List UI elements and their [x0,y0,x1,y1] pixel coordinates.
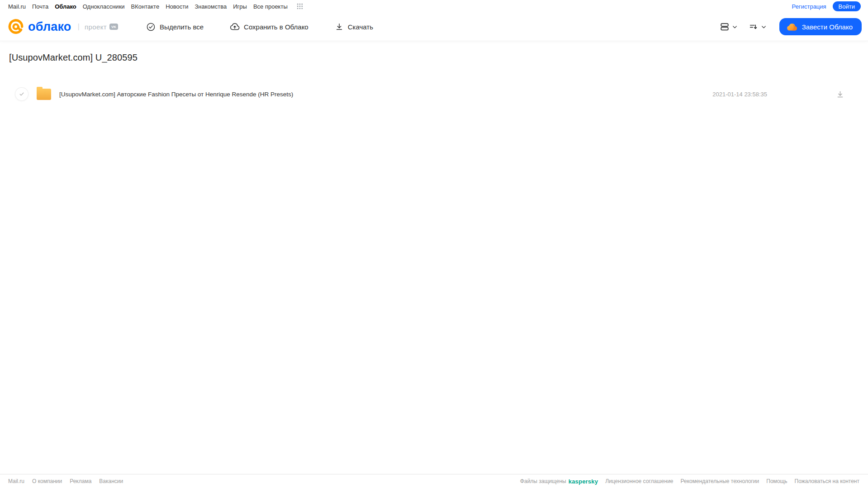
auth-controls: Регистрация Войти [792,1,861,11]
nav-mail[interactable]: Почта [32,3,48,10]
main-content: [UsupovMarket.com] U_280595 [UsupovMarke… [0,41,868,474]
nav-mailru[interactable]: Mail.ru [8,3,26,10]
footer-report-link[interactable]: Пожаловаться на контент [795,478,859,484]
file-toolbar: Выделить все Сохранить в Облако Скачат [146,22,373,32]
row-checkbox[interactable] [15,88,28,100]
chevron-down-icon [732,24,738,30]
sort-icon [749,22,759,32]
nav-cloud[interactable]: Облако [55,3,76,10]
save-to-cloud-label: Сохранить в Облако [244,23,308,31]
get-cloud-button[interactable]: Завести Облако [779,18,862,35]
orange-cloud-icon [787,23,797,31]
sort-dropdown[interactable] [749,22,767,32]
protected-by-label: Файлы защищены [520,478,566,484]
cloud-upload-icon [230,22,240,32]
list-view-icon [720,22,730,32]
footer-left-links: Mail.ru О компании Реклама Вакансии [8,478,123,484]
header-right-controls: Завести Облако [720,18,862,35]
registration-link[interactable]: Регистрация [792,3,826,10]
nav-odnoklassniki[interactable]: Одноклассники [83,3,125,10]
footer-ads-link[interactable]: Реклама [70,478,91,484]
footer: Mail.ru О компании Реклама Вакансии Файл… [0,474,868,488]
checkmark-icon [19,91,25,97]
kaspersky-protection: Файлы защищены kaspersky [520,478,598,485]
check-circle-icon [146,22,156,32]
nav-dating[interactable]: Знакомства [194,3,227,10]
apps-grid-icon[interactable] [297,3,303,9]
row-download-button[interactable] [836,90,844,99]
view-mode-dropdown[interactable] [720,22,738,32]
download-icon [335,22,344,31]
download-label: Скачать [348,23,373,31]
page-title: [UsupovMarket.com] U_280595 [9,52,859,63]
get-cloud-label: Завести Облако [802,23,853,31]
footer-license-link[interactable]: Лицензионное соглашение [605,478,673,484]
cloud-logo-text: облако [28,20,71,34]
chevron-down-icon [761,24,767,30]
portal-nav: Mail.ru Почта Облако Одноклассники ВКонт… [8,3,303,10]
nav-news[interactable]: Новости [166,3,188,10]
file-row[interactable]: [UsupovMarket.com] Авторские Fashion Пре… [9,84,859,104]
nav-all-projects[interactable]: Все проекты [253,3,288,10]
footer-help-link[interactable]: Помощь [766,478,787,484]
file-date: 2021-01-14 23:58:35 [712,91,767,98]
nav-games[interactable]: Игры [233,3,247,10]
download-button[interactable]: Скачать [335,22,373,31]
cloud-header: облако | проект VK Выделить все Сохранит… [0,13,868,41]
download-icon [836,90,844,99]
nav-vkontakte[interactable]: ВКонтакте [131,3,160,10]
vk-badge-icon: VK [109,24,118,30]
footer-about-link[interactable]: О компании [32,478,62,484]
select-all-button[interactable]: Выделить все [146,22,204,32]
file-name[interactable]: [UsupovMarket.com] Авторские Fashion Пре… [59,91,712,98]
login-button[interactable]: Войти [833,1,861,11]
top-portal-bar: Mail.ru Почта Облако Одноклассники ВКонт… [0,0,868,13]
logo-divider: | [78,22,80,31]
folder-icon [37,89,51,100]
cloud-logo[interactable]: облако [7,18,71,35]
footer-jobs-link[interactable]: Вакансии [99,478,123,484]
select-all-label: Выделить все [160,23,204,31]
mailru-at-icon [7,18,24,35]
project-label: проект [85,23,107,31]
footer-mailru-link[interactable]: Mail.ru [8,478,24,484]
kaspersky-logo: kaspersky [569,478,598,485]
save-to-cloud-button[interactable]: Сохранить в Облако [230,22,308,32]
footer-right-links: Файлы защищены kaspersky Лицензионное со… [520,478,859,485]
footer-recommendations-link[interactable]: Рекомендательные технологии [681,478,759,484]
